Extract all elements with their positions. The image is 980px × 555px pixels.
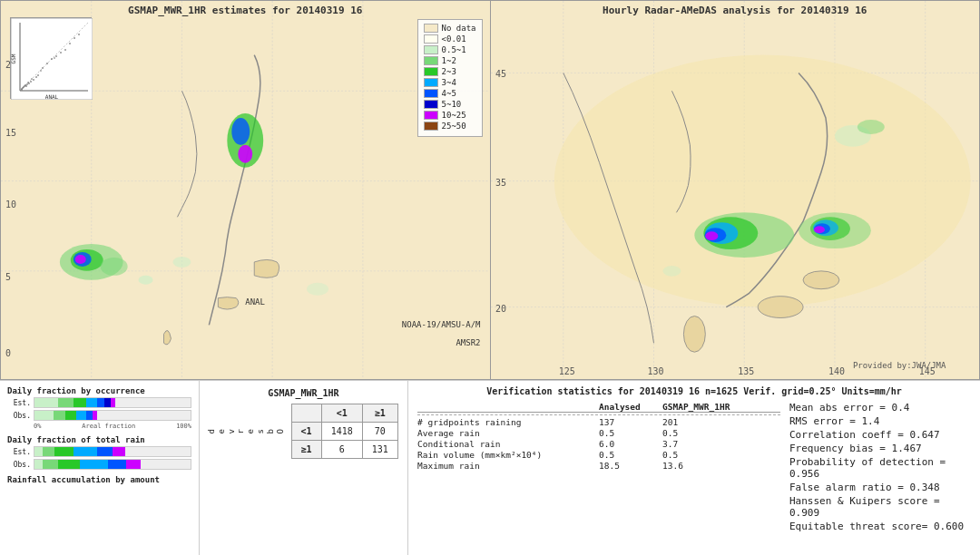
legend-item-1025: 10~25 [424, 111, 476, 120]
anal-label: ANAL [245, 297, 265, 307]
verif-right-stats: Mean abs error = 0.4 RMS error = 1.4 Cor… [789, 402, 971, 534]
map-legend: No data <0.01 0.5~1 1~2 2~3 [417, 19, 483, 137]
stat-far: False alarm ratio = 0.348 [789, 482, 971, 493]
svg-text:0: 0 [5, 348, 11, 358]
svg-point-20 [60, 52, 62, 54]
legend-label-0501: 0.5~1 [442, 45, 466, 54]
legend-color-12 [424, 56, 438, 65]
legend-item-23: 2~3 [424, 67, 476, 76]
stat-mean-abs-error: Mean abs error = 0.4 [789, 402, 971, 414]
observed-label: Observed [207, 429, 285, 433]
scatter-svg: ANAL GSM [11, 18, 93, 100]
contingency-table-panel: GSMAP_MWR_1HR Observed <1 ≥1 <1 1418 70 [200, 381, 408, 555]
verif-label-avgrain: Average rain [417, 428, 599, 438]
svg-text:5: 5 [5, 272, 11, 282]
svg-point-23 [74, 37, 75, 39]
legend-label-001: <0.01 [442, 34, 466, 44]
right-map-title: Hourly Radar-AMeDAS analysis for 2014031… [491, 5, 980, 16]
verif-col-gsmap: GSMAP_MWR_1HR [662, 402, 744, 412]
svg-point-66 [758, 297, 803, 318]
right-map-svg: 45 35 20 125 130 135 140 145 Provided by… [491, 1, 980, 379]
obs-occurrence-row: Obs. [7, 410, 191, 421]
legend-color-nodata [424, 24, 438, 33]
verif-title: Verification statistics for 20140319 16 … [417, 386, 971, 396]
verif-row-avgrain: Average rain 0.5 0.5 [417, 428, 780, 438]
table-row-label-gte1: ≥1 [291, 441, 321, 459]
svg-text:130: 130 [647, 366, 663, 376]
svg-point-26 [27, 82, 29, 83]
right-map-panel: Hourly Radar-AMeDAS analysis for 2014031… [490, 0, 981, 380]
legend-label-23: 2~3 [442, 67, 456, 76]
legend-label-nodata: No data [442, 24, 476, 33]
svg-point-50 [307, 283, 328, 296]
svg-text:ANAL: ANAL [45, 93, 59, 100]
axis-areal: Areal fraction [82, 423, 135, 430]
accumulation-chart-section: Rainfall accumulation by amount [7, 475, 191, 484]
verif-col-analysed: Analysed [599, 402, 662, 412]
svg-text:125: 125 [558, 366, 574, 376]
bar-axis-1: 0% Areal fraction 100% [34, 423, 191, 430]
legend-color-001 [424, 34, 438, 44]
legend-color-1025 [424, 111, 438, 120]
occurrence-chart-section: Daily fraction by occurrence Est. Obs. [7, 386, 191, 430]
svg-point-13 [33, 79, 34, 81]
obs-wrapper: Observed <1 ≥1 <1 1418 70 ≥1 6 [207, 404, 400, 459]
obs-total-row: Obs. [7, 459, 191, 470]
stat-ets: Equitable threat score= 0.600 [789, 521, 971, 532]
svg-point-80 [857, 120, 884, 134]
obs-label-1: Obs. [7, 412, 31, 420]
verif-val-condrain-analysed: 6.0 [599, 439, 662, 449]
legend-item-001: <0.01 [424, 34, 476, 44]
inset-scatter-plot: ANAL GSM [10, 17, 92, 99]
legend-label-510: 5~10 [442, 100, 462, 109]
svg-point-15 [37, 74, 39, 76]
est-occurrence-row: Est. [7, 397, 191, 408]
legend-item-2550: 25~50 [424, 122, 476, 131]
legend-item-nodata: No data [424, 24, 476, 33]
legend-color-0501 [424, 45, 438, 54]
separator [417, 414, 780, 415]
stat-pod: Probability of detection = 0.956 [789, 456, 971, 480]
verif-label-rainvol: Rain volume (mm×km²×10⁴) [417, 450, 599, 460]
svg-point-67 [803, 271, 839, 289]
verif-row-gridpoints: # gridpoints raining 137 201 [417, 417, 780, 427]
legend-color-45 [424, 89, 438, 98]
cell-r2c2: 131 [362, 441, 397, 459]
verif-val-maxrain-analysed: 18.5 [599, 461, 662, 471]
legend-color-23 [424, 67, 438, 76]
total-rain-chart-title: Daily fraction of total rain [7, 435, 191, 444]
verif-label-maxrain: Maximum rain [417, 461, 599, 471]
svg-point-48 [139, 276, 153, 285]
contingency-table: <1 ≥1 <1 1418 70 ≥1 6 131 [291, 404, 398, 459]
svg-point-25 [21, 89, 23, 91]
est-total-row: Est. [7, 446, 191, 457]
est-label-1: Est. [7, 399, 31, 407]
svg-point-68 [683, 316, 705, 353]
table-row-label-lt1: <1 [291, 423, 321, 441]
svg-text:GSM: GSM [11, 54, 16, 63]
svg-point-18 [51, 58, 53, 60]
svg-point-47 [101, 258, 128, 276]
verif-main: Analysed GSMAP_MWR_1HR # gridpoints rain… [417, 402, 971, 534]
occurrence-chart-title: Daily fraction by occurrence [7, 386, 191, 395]
est-label-2: Est. [7, 448, 31, 456]
svg-point-65 [554, 55, 970, 307]
legend-item-45: 4~5 [424, 89, 476, 98]
svg-point-41 [231, 118, 250, 145]
svg-text:10: 10 [5, 200, 16, 209]
obs-total-bar [34, 459, 191, 470]
svg-point-16 [42, 67, 44, 69]
verif-val-condrain-gsmap: 3.7 [662, 439, 744, 449]
stat-freq-bias: Frequency bias = 1.467 [789, 443, 971, 454]
est-occurrence-bar [34, 397, 191, 408]
accumulation-chart-title: Rainfall accumulation by amount [7, 475, 191, 484]
svg-point-78 [814, 226, 825, 233]
obs-label-2: Obs. [7, 461, 31, 469]
svg-point-10 [26, 83, 28, 85]
axis-0pct: 0% [34, 423, 41, 430]
table-header-gte1: ≥1 [362, 404, 397, 423]
table-header-row: <1 ≥1 [291, 404, 397, 423]
stat-hk: Hanssen & Kuipers score = 0.909 [789, 495, 971, 519]
cell-r1c2: 70 [362, 423, 397, 441]
svg-text:Provided by:JWA/JMA: Provided by:JWA/JMA [852, 361, 946, 370]
